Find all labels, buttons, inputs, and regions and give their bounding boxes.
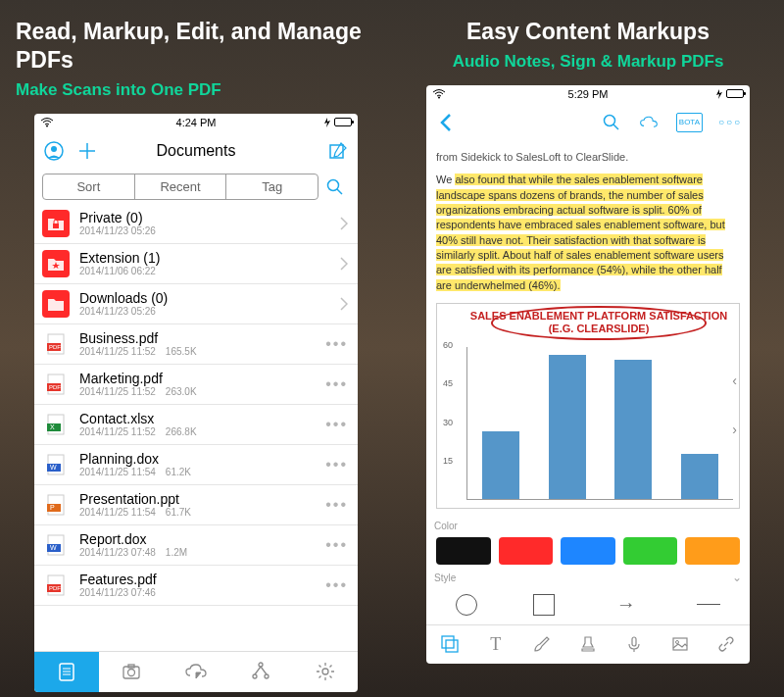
color-swatch[interactable] bbox=[499, 537, 554, 565]
tab-camera[interactable] bbox=[99, 652, 164, 692]
tab-share[interactable] bbox=[228, 652, 293, 692]
folder-icon bbox=[42, 290, 70, 318]
markup-toolbar: T bbox=[426, 624, 750, 664]
tool-pen[interactable] bbox=[518, 625, 564, 664]
color-swatch[interactable] bbox=[685, 537, 740, 565]
list-item[interactable]: P Presentation.ppt 2014/11/25 11:5461.7K… bbox=[34, 485, 358, 525]
status-time: 4:24 PM bbox=[176, 117, 217, 128]
chevron-right-icon bbox=[340, 257, 348, 271]
style-label: Style bbox=[426, 571, 464, 585]
pdf-icon: PDF bbox=[42, 330, 70, 358]
list-item[interactable]: Private (0) 2014/11/23 05:26 bbox=[34, 204, 358, 244]
svg-point-32 bbox=[253, 674, 257, 678]
tool-text[interactable]: T bbox=[472, 625, 518, 664]
segment-tag[interactable]: Tag bbox=[226, 174, 318, 199]
more-icon[interactable]: ••• bbox=[325, 456, 348, 473]
list-item[interactable]: PDF Features.pdf 2014/11/23 07:46 ••• bbox=[34, 566, 358, 606]
chevron-right-icon bbox=[340, 297, 348, 311]
list-item[interactable]: W Report.dox 2014/11/23 07:481.2M ••• bbox=[34, 525, 358, 566]
item-date: 2014/11/25 11:52 bbox=[79, 426, 156, 437]
tool-shapes[interactable] bbox=[426, 625, 472, 664]
y-tick: 30 bbox=[443, 417, 453, 429]
y-tick: 15 bbox=[443, 455, 453, 468]
avatar-icon[interactable] bbox=[44, 141, 64, 161]
battery-icon bbox=[714, 89, 744, 99]
svg-point-0 bbox=[46, 124, 48, 126]
item-date: 2014/11/23 07:48 bbox=[79, 547, 156, 558]
item-name: Presentation.ppt bbox=[79, 491, 325, 507]
item-date: 2014/11/23 05:26 bbox=[79, 306, 156, 317]
tab-settings[interactable] bbox=[293, 652, 358, 692]
list-item[interactable]: Extension (1) 2014/11/06 06:22 bbox=[34, 244, 358, 284]
wifi-icon bbox=[40, 118, 54, 127]
item-name: Downloads (0) bbox=[79, 290, 340, 306]
svg-point-4 bbox=[328, 179, 339, 190]
search-icon[interactable] bbox=[326, 178, 350, 196]
list-item[interactable]: X Contact.xlsx 2014/11/25 11:52266.8K ••… bbox=[34, 405, 358, 445]
tab-documents[interactable] bbox=[34, 652, 99, 692]
svg-point-29 bbox=[128, 670, 135, 676]
chart-next-icon[interactable]: › bbox=[732, 421, 737, 440]
search-icon[interactable] bbox=[602, 113, 621, 132]
svg-rect-39 bbox=[632, 637, 636, 646]
tool-link[interactable] bbox=[704, 625, 750, 664]
chevron-down-icon[interactable]: ⌄ bbox=[732, 571, 750, 584]
shape-circle[interactable] bbox=[456, 594, 477, 616]
list-item[interactable]: W Planning.dox 2014/11/25 11:5461.2K ••• bbox=[34, 445, 358, 485]
more-icon[interactable]: ••• bbox=[325, 375, 348, 393]
shape-arrow[interactable]: → bbox=[612, 593, 641, 617]
filter-row: Sort Recent Tag bbox=[34, 171, 358, 204]
tab-cloud[interactable] bbox=[164, 652, 228, 692]
folder-lock-icon bbox=[42, 210, 70, 237]
more-icon[interactable]: ••• bbox=[325, 576, 348, 594]
status-bar: 5:29 PM bbox=[426, 85, 750, 103]
shape-square[interactable] bbox=[533, 594, 555, 616]
segment-recent[interactable]: Recent bbox=[135, 174, 227, 199]
svg-point-35 bbox=[438, 96, 440, 98]
color-swatch[interactable] bbox=[561, 537, 615, 565]
item-name: Report.dox bbox=[79, 531, 325, 547]
more-icon[interactable]: ••• bbox=[325, 496, 348, 514]
list-item[interactable]: Downloads (0) 2014/11/23 05:26 bbox=[34, 284, 358, 324]
more-icon[interactable]: ○○○ bbox=[720, 113, 740, 132]
bota-icon[interactable]: BOTA bbox=[676, 113, 703, 132]
shape-line[interactable] bbox=[697, 604, 720, 605]
item-name: Business.pdf bbox=[79, 330, 325, 346]
segment-control: Sort Recent Tag bbox=[42, 174, 318, 200]
list-item[interactable]: PDF Marketing.pdf 2014/11/25 11:52263.0K… bbox=[34, 365, 358, 405]
tool-image[interactable] bbox=[658, 625, 704, 664]
more-icon[interactable]: ••• bbox=[325, 416, 348, 433]
status-time: 5:29 PM bbox=[568, 88, 609, 100]
pdf-icon: PDF bbox=[42, 371, 70, 398]
ppt-icon: P bbox=[42, 491, 70, 519]
compose-icon[interactable] bbox=[328, 141, 348, 161]
left-headline: Read, Markup, Edit, and Manage PDFs bbox=[16, 18, 376, 75]
svg-point-2 bbox=[51, 146, 57, 152]
item-name: Private (0) bbox=[79, 210, 340, 225]
item-name: Marketing.pdf bbox=[79, 371, 325, 386]
tool-stamp[interactable] bbox=[564, 625, 611, 664]
battery-icon bbox=[322, 118, 352, 127]
svg-point-34 bbox=[322, 669, 328, 674]
doc-text: We bbox=[436, 174, 452, 185]
more-icon[interactable]: ••• bbox=[325, 335, 348, 353]
svg-text:P: P bbox=[50, 504, 55, 511]
item-date: 2014/11/25 11:52 bbox=[79, 346, 156, 357]
color-swatch[interactable] bbox=[623, 537, 678, 565]
item-name: Features.pdf bbox=[79, 572, 325, 587]
chart-bar bbox=[482, 431, 519, 500]
more-icon[interactable]: ••• bbox=[325, 536, 348, 554]
segment-sort[interactable]: Sort bbox=[43, 174, 135, 199]
cloud-sync-icon[interactable] bbox=[639, 113, 659, 132]
svg-text:X: X bbox=[50, 423, 55, 430]
tool-audio[interactable] bbox=[612, 625, 658, 664]
xls-icon: X bbox=[42, 411, 70, 438]
document-viewport[interactable]: from Sidekick to SalesLoft to ClearSlide… bbox=[426, 142, 750, 519]
svg-rect-28 bbox=[123, 667, 139, 678]
color-swatch[interactable] bbox=[436, 537, 491, 565]
add-icon[interactable] bbox=[77, 141, 97, 161]
back-icon[interactable] bbox=[436, 113, 456, 132]
list-item[interactable]: PDF Business.pdf 2014/11/25 11:52165.5K … bbox=[34, 324, 358, 365]
chart-prev-icon[interactable]: ‹ bbox=[732, 373, 737, 392]
item-size: 165.5K bbox=[166, 346, 197, 357]
